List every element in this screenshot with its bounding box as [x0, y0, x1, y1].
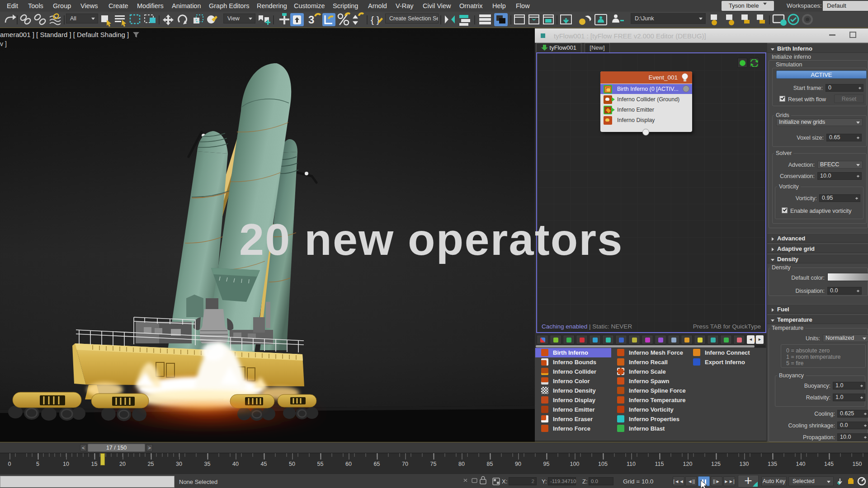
- svg-text:{ }: { }: [371, 14, 380, 25]
- svg-text:3: 3: [308, 14, 314, 26]
